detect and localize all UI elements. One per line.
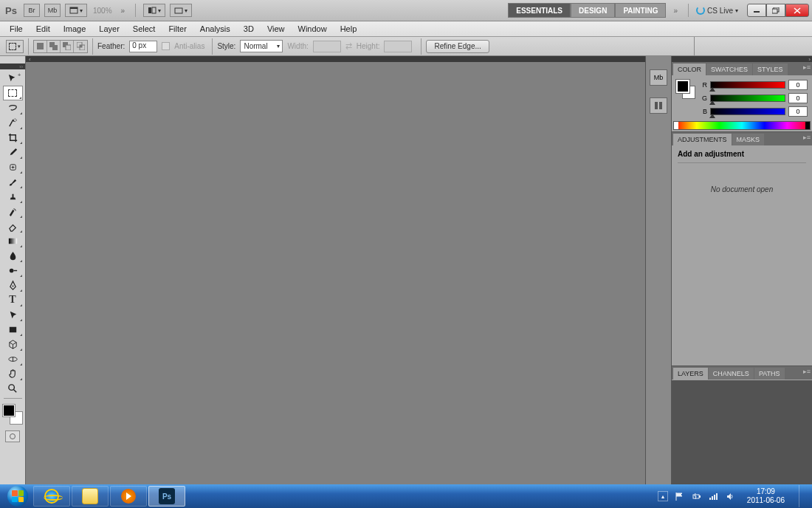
bridge-button[interactable]: Br [24,4,40,17]
path-selection-tool[interactable] [3,307,23,322]
tray-overflow-button[interactable]: ▴ [658,491,668,501]
menu-select[interactable]: Select [126,21,162,36]
menu-3d[interactable]: 3D [237,21,261,36]
r-slider[interactable] [710,81,785,89]
menu-edit[interactable]: Edit [30,21,57,36]
minibridge-panel-icon[interactable]: Mb [650,69,667,86]
feather-input[interactable]: 0 px [129,41,157,52]
show-desktop-button[interactable] [799,485,806,507]
taskbar-wmp[interactable] [110,486,147,507]
minimize-button[interactable] [747,4,766,17]
volume-icon[interactable] [726,491,736,501]
tab-color[interactable]: COLOR [673,64,706,75]
tab-paths[interactable]: PATHS [754,368,785,380]
panel-menu-icon[interactable]: ▸≡ [803,368,811,375]
toolbox-expander[interactable]: ›› [0,64,25,69]
cs-live-button[interactable]: CS Live ▾ [696,6,738,15]
quick-selection-tool[interactable] [3,115,23,130]
r-value[interactable]: 0 [788,80,808,90]
antialias-label: Anti-alias [174,42,204,50]
fg-swatch[interactable] [676,80,689,93]
taskbar-ie[interactable] [33,486,70,507]
refine-edge-button[interactable]: Refine Edge... [426,40,489,53]
selection-subtract[interactable] [61,41,74,52]
selection-new[interactable] [34,41,47,52]
foreground-color-swatch[interactable] [2,404,16,417]
arrange-documents-dropdown[interactable] [143,4,165,17]
color-swatches[interactable] [2,404,23,425]
screen-mode-dropdown[interactable] [170,4,192,17]
menu-view[interactable]: View [261,21,292,36]
crop-tool[interactable] [3,130,23,145]
menu-file[interactable]: File [3,21,30,36]
b-slider[interactable] [710,108,785,115]
history-panel-icon[interactable] [650,97,667,114]
power-icon[interactable] [692,491,702,501]
panel-menu-icon[interactable]: ▸≡ [803,64,811,71]
lasso-tool[interactable] [3,100,23,115]
taskbar-clock[interactable]: 17:09 2011-06-06 [743,487,789,505]
workspace-painting[interactable]: PAINTING [615,3,666,18]
eyedropper-tool[interactable] [3,145,23,159]
network-icon[interactable] [709,491,719,501]
style-select[interactable]: Normal [240,40,283,52]
workspace-essentials[interactable]: ESSENTIALS [508,3,571,18]
separator [92,38,93,55]
taskbar-photoshop[interactable]: Ps [148,486,185,507]
zoom-level[interactable]: 100% [93,7,112,15]
dodge-tool[interactable] [3,263,23,278]
chevron-right-icon[interactable]: » [673,7,678,15]
shape-tool[interactable] [3,322,23,337]
type-tool[interactable]: T [3,292,23,307]
start-button[interactable] [3,484,32,508]
menu-window[interactable]: Window [292,21,334,36]
menu-filter[interactable]: Filter [162,21,193,36]
g-slider[interactable] [710,95,785,102]
g-value[interactable]: 0 [788,93,808,103]
canvas-expander[interactable]: ‹‹ [26,56,645,62]
gradient-tool[interactable] [3,233,23,248]
menu-layer[interactable]: Layer [92,21,126,36]
tab-styles[interactable]: STYLES [753,64,788,75]
taskbar-explorer[interactable] [72,486,109,507]
healing-brush-tool[interactable] [3,159,23,174]
eraser-tool[interactable] [3,219,23,233]
minibridge-button[interactable]: Mb [44,4,61,17]
hand-tool[interactable] [3,366,23,381]
workspace-design[interactable]: DESIGN [571,3,615,18]
restore-button[interactable] [766,4,785,17]
panel-menu-icon[interactable]: ▸≡ [803,134,811,141]
menu-help[interactable]: Help [334,21,364,36]
color-ramp[interactable] [673,121,811,130]
zoom-tool[interactable] [3,381,23,396]
selection-intersect[interactable] [74,41,87,52]
marquee-tool[interactable] [3,86,23,100]
b-value[interactable]: 0 [788,106,808,117]
color-swatch-pair[interactable] [676,80,695,99]
blur-tool[interactable] [3,248,23,263]
tab-masks[interactable]: MASKS [732,134,765,145]
view-extras-dropdown[interactable] [65,4,87,17]
tab-layers[interactable]: LAYERS [673,368,708,380]
tab-channels[interactable]: CHANNELS [709,368,754,380]
quickmask-toggle[interactable] [5,430,20,442]
3d-camera-tool[interactable] [3,351,23,366]
tab-swatches[interactable]: SWATCHES [706,64,752,75]
width-label: Width: [287,42,308,50]
selection-add[interactable] [47,41,61,52]
clone-stamp-tool[interactable] [3,189,23,204]
tab-adjustments[interactable]: ADJUSTMENTS [673,134,732,145]
menu-analysis[interactable]: Analysis [193,21,237,36]
pen-tool[interactable] [3,278,23,292]
dock-expander[interactable]: ›› [672,56,812,62]
3d-tool[interactable] [3,337,23,351]
history-brush-tool[interactable] [3,204,23,219]
feather-label: Feather: [97,42,125,50]
close-button[interactable] [785,4,809,17]
brush-tool[interactable] [3,174,23,189]
move-tool[interactable]: + [3,71,23,86]
photoshop-icon: Ps [159,488,175,504]
current-tool-preset[interactable] [6,40,24,53]
flag-icon[interactable] [675,491,685,501]
menu-image[interactable]: Image [57,21,93,36]
